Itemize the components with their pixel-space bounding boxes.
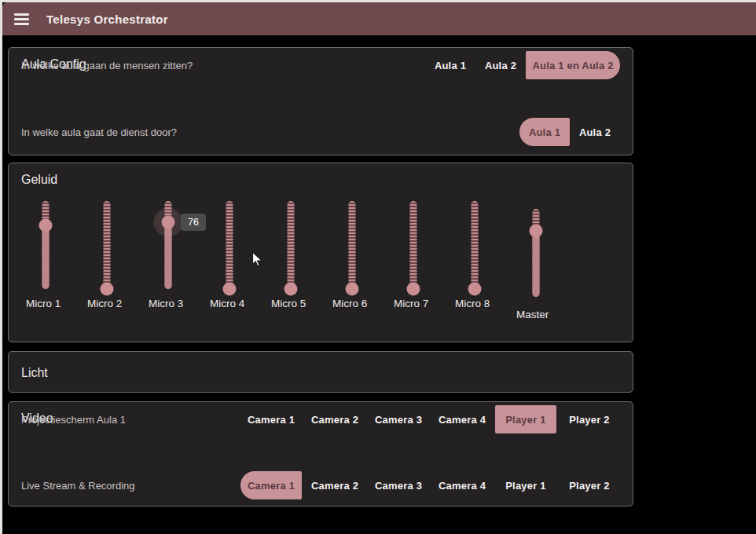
projectiescherm-option-camera-1[interactable]: Camera 1 bbox=[240, 405, 302, 433]
slider-cell-micro-8: Micro 8 bbox=[444, 201, 505, 322]
slider-label-master: Master bbox=[516, 308, 552, 322]
slider-fill bbox=[533, 231, 540, 297]
slider-label-micro-6: Micro 6 bbox=[332, 297, 369, 311]
app-header: Telesys Orchestrator bbox=[2, 2, 756, 35]
slider-cell-micro-2: Micro 2 bbox=[76, 201, 138, 322]
micro-5-slider[interactable] bbox=[284, 201, 298, 289]
app-title: Telesys Orchestrator bbox=[46, 13, 168, 26]
question-label: In welke aula gaan de mensen zitten? bbox=[21, 60, 193, 71]
slider-fill bbox=[165, 222, 172, 289]
slider-rail bbox=[472, 201, 479, 289]
aula-zitten-option-aula-1[interactable]: Aula 1 bbox=[425, 51, 475, 79]
section-title-licht: Licht bbox=[21, 366, 48, 380]
aula-question-row-dienst: In welke aula gaat de dienst door? Aula … bbox=[21, 115, 620, 149]
slider-label-micro-1: Micro 1 bbox=[26, 297, 62, 311]
aula-config-card: Aula Config In welke aula gaat de dienst… bbox=[8, 47, 633, 155]
livestream-option-camera-3[interactable]: Camera 3 bbox=[368, 471, 429, 499]
slider-thumb[interactable] bbox=[101, 283, 114, 296]
projectiescherm-option-player-2[interactable]: Player 2 bbox=[559, 405, 620, 433]
slider-cell-micro-5: Micro 5 bbox=[260, 201, 321, 322]
question-label: In welke aula gaat de dienst door? bbox=[21, 126, 177, 138]
projectiescherm-button-group: Camera 1 Camera 2 Camera 3 Camera 4 Play… bbox=[240, 405, 620, 433]
aula-dienst-option-aula-2[interactable]: Aula 2 bbox=[570, 118, 620, 146]
slider-rail bbox=[288, 201, 295, 289]
projectiescherm-option-player-1[interactable]: Player 1 bbox=[495, 405, 556, 433]
livestream-option-player-2[interactable]: Player 2 bbox=[559, 471, 620, 499]
micro-4-slider[interactable] bbox=[222, 201, 237, 289]
aula-dienst-option-aula-1[interactable]: Aula 1 bbox=[519, 118, 570, 146]
slider-label-micro-7: Micro 7 bbox=[394, 297, 430, 311]
licht-card: Licht bbox=[8, 351, 633, 393]
slider-rail bbox=[226, 201, 233, 289]
hamburger-icon bbox=[14, 13, 29, 25]
slider-thumb[interactable] bbox=[39, 219, 53, 232]
micro-3-slider[interactable]: 76 bbox=[161, 201, 175, 289]
master-slider[interactable] bbox=[529, 209, 543, 297]
livestream-option-player-1[interactable]: Player 1 bbox=[495, 471, 556, 499]
micro-7-slider[interactable] bbox=[406, 201, 420, 289]
micro-1-slider[interactable] bbox=[39, 201, 53, 289]
aula-dienst-button-group: Aula 1 Aula 2 bbox=[519, 118, 620, 146]
video-row-label: Live Stream & Recording bbox=[21, 480, 135, 492]
slider-fill bbox=[42, 225, 50, 289]
slider-rail bbox=[104, 201, 111, 289]
section-title-geluid: Geluid bbox=[21, 173, 57, 187]
micro-8-slider[interactable] bbox=[468, 201, 482, 289]
geluid-card: Geluid Micro 1 Micro 2 76 bbox=[8, 163, 633, 342]
slider-rail bbox=[349, 201, 356, 289]
slider-thumb[interactable] bbox=[346, 283, 359, 296]
slider-cell-micro-1: Micro 1 bbox=[15, 201, 76, 322]
slider-label-micro-3: Micro 3 bbox=[149, 297, 185, 311]
projectiescherm-option-camera-2[interactable]: Camera 2 bbox=[304, 405, 365, 433]
livestream-option-camera-1[interactable]: Camera 1 bbox=[240, 471, 302, 499]
slider-label-micro-8: Micro 8 bbox=[455, 297, 491, 311]
aula-question-row-zitten: In welke aula gaan de mensen zitten? Aul… bbox=[21, 48, 620, 82]
livestream-option-camera-2[interactable]: Camera 2 bbox=[304, 471, 365, 499]
video-card: Video Live Stream & Recording Camera 1 C… bbox=[8, 401, 633, 507]
slider-thumb[interactable] bbox=[530, 225, 543, 238]
aula-zitten-button-group: Aula 1 Aula 2 Aula 1 en Aula 2 bbox=[425, 51, 620, 79]
menu-button[interactable] bbox=[6, 3, 37, 35]
slider-label-micro-4: Micro 4 bbox=[210, 297, 246, 311]
livestream-button-group: Camera 1 Camera 2 Camera 3 Camera 4 Play… bbox=[240, 471, 620, 499]
slider-label-micro-2: Micro 2 bbox=[87, 297, 123, 311]
slider-thumb[interactable] bbox=[407, 283, 420, 296]
aula-zitten-option-aula-2[interactable]: Aula 2 bbox=[475, 51, 526, 79]
slider-strip: Micro 1 Micro 2 76 Micro 3 bbox=[15, 201, 633, 322]
slider-cell-micro-4: Micro 4 bbox=[199, 201, 260, 322]
aula-zitten-option-aula-1-en-2[interactable]: Aula 1 en Aula 2 bbox=[526, 51, 620, 79]
slider-thumb[interactable] bbox=[223, 283, 237, 296]
slider-cell-master: Master bbox=[505, 201, 567, 322]
video-row-projectiescherm: Projectiescherm Aula 1 Camera 1 Camera 2… bbox=[21, 402, 620, 437]
slider-thumb[interactable] bbox=[284, 283, 298, 296]
micro-6-slider[interactable] bbox=[345, 201, 359, 289]
slider-rail bbox=[410, 201, 417, 289]
slider-label-micro-5: Micro 5 bbox=[271, 297, 307, 311]
slider-thumb[interactable] bbox=[162, 215, 175, 229]
slider-cell-micro-7: Micro 7 bbox=[383, 201, 444, 322]
projectiescherm-option-camera-3[interactable]: Camera 3 bbox=[368, 405, 429, 433]
livestream-option-camera-4[interactable]: Camera 4 bbox=[431, 471, 493, 499]
micro-2-slider[interactable] bbox=[100, 201, 114, 289]
slider-cell-micro-3: 76 Micro 3 bbox=[138, 201, 199, 322]
video-row-livestream: Live Stream & Recording Camera 1 Camera … bbox=[21, 468, 620, 503]
slider-value-tooltip: 76 bbox=[181, 214, 206, 231]
projectiescherm-option-camera-4[interactable]: Camera 4 bbox=[431, 405, 493, 433]
slider-thumb[interactable] bbox=[468, 283, 482, 296]
slider-cell-micro-6: Micro 6 bbox=[321, 201, 383, 322]
video-row-label: Projectiescherm Aula 1 bbox=[21, 414, 126, 426]
